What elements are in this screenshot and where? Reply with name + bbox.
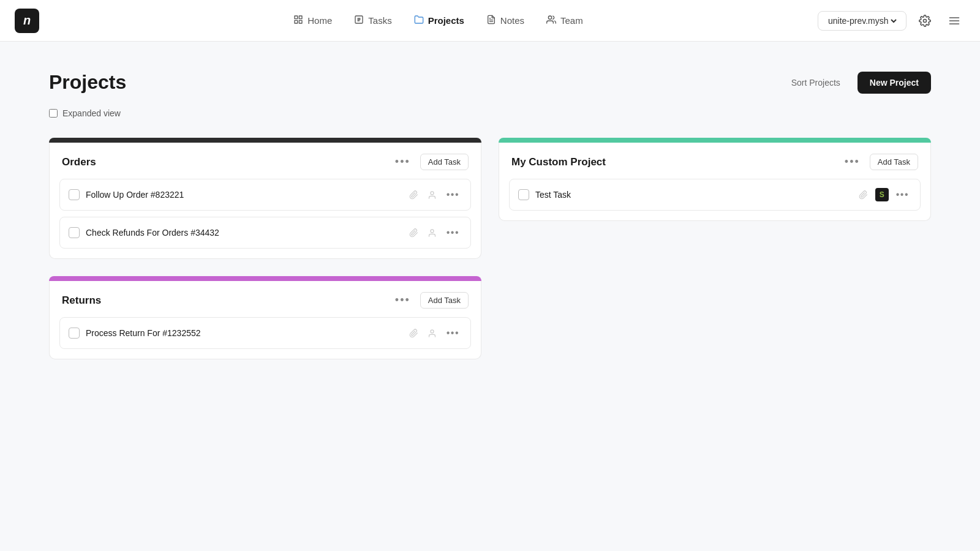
project-card-custom-body: My Custom Project ••• Add Task Test Task <box>499 143 931 221</box>
project-name-orders: Orders <box>62 156 96 168</box>
attachment-icon-t4[interactable] <box>407 326 421 340</box>
tasks-icon <box>354 15 364 27</box>
home-icon <box>293 15 303 27</box>
main-content: Projects Sort Projects New Project Expan… <box>0 42 980 389</box>
svg-point-10 <box>548 16 551 19</box>
task-checkbox-t3[interactable] <box>518 189 529 200</box>
project-header-orders: Orders ••• Add Task <box>50 143 481 179</box>
task-dots-t4[interactable]: ••• <box>444 326 462 340</box>
svg-rect-2 <box>295 20 298 23</box>
svg-rect-1 <box>300 16 303 19</box>
task-label-t4: Process Return For #1232552 <box>86 328 401 338</box>
task-label-t2: Check Refunds For Orders #34432 <box>86 228 401 238</box>
nav-right: unite-prev.mysh <box>818 10 965 32</box>
project-bar-returns <box>49 276 481 281</box>
expanded-view-checkbox[interactable] <box>49 109 58 118</box>
task-dots-t1[interactable]: ••• <box>444 188 462 201</box>
project-card-orders-body: Orders ••• Add Task Follow Up Order #823… <box>49 143 481 259</box>
task-label-t3: Test Task <box>535 190 851 200</box>
project-card-returns-body: Returns ••• Add Task Process Return For … <box>49 281 481 359</box>
task-item: Follow Up Order #823221 ••• <box>59 179 471 211</box>
project-header-actions-orders: ••• Add Task <box>391 154 469 170</box>
task-dots-t2[interactable]: ••• <box>444 226 462 239</box>
task-checkbox-t4[interactable] <box>69 328 80 339</box>
page-header: Projects Sort Projects New Project <box>49 71 931 94</box>
navbar: n Home Tasks Projects Notes <box>0 0 980 42</box>
tasks-list-returns: Process Return For #1232552 ••• <box>50 317 481 359</box>
project-card-custom: My Custom Project ••• Add Task Test Task <box>499 138 931 259</box>
nav-item-home[interactable]: Home <box>284 10 342 32</box>
project-bar-orders <box>49 138 481 143</box>
project-dots-custom[interactable]: ••• <box>841 154 864 170</box>
project-bar-custom <box>499 138 931 143</box>
attachment-icon-t1[interactable] <box>407 188 421 201</box>
add-task-button-custom[interactable]: Add Task <box>870 154 918 170</box>
nav-tasks-label: Tasks <box>368 15 391 26</box>
task-dots-t3[interactable]: ••• <box>894 188 911 201</box>
task-actions-t4: ••• <box>407 326 462 340</box>
task-actions-t2: ••• <box>407 226 462 239</box>
svg-point-16 <box>431 229 434 232</box>
task-label-t1: Follow Up Order #823221 <box>86 190 401 200</box>
svg-rect-0 <box>295 16 298 19</box>
hamburger-icon <box>948 15 960 27</box>
nav-item-projects[interactable]: Projects <box>404 10 474 32</box>
nav-item-tasks[interactable]: Tasks <box>344 10 401 32</box>
nav-team-label: Team <box>560 15 583 26</box>
svg-point-11 <box>924 19 927 22</box>
project-card-returns: Returns ••• Add Task Process Return For … <box>49 276 481 359</box>
attachment-icon-t2[interactable] <box>407 226 421 239</box>
project-dots-returns[interactable]: ••• <box>391 293 414 308</box>
sort-projects-button[interactable]: Sort Projects <box>784 73 848 92</box>
task-checkbox-t2[interactable] <box>69 227 80 238</box>
team-icon <box>546 15 556 27</box>
shop-selector[interactable]: unite-prev.mysh <box>818 11 907 31</box>
task-actions-t1: ••• <box>407 188 462 201</box>
nav-item-notes[interactable]: Notes <box>477 10 534 32</box>
expanded-view-container: Expanded view <box>49 108 931 118</box>
task-item: Process Return For #1232552 ••• <box>59 317 471 349</box>
new-project-button[interactable]: New Project <box>858 72 931 94</box>
project-header-custom: My Custom Project ••• Add Task <box>499 143 930 179</box>
settings-button[interactable] <box>914 10 936 32</box>
svg-point-15 <box>431 191 434 194</box>
project-card-orders: Orders ••• Add Task Follow Up Order #823… <box>49 138 481 259</box>
shopify-icon-t3: S <box>875 188 889 201</box>
project-name-custom: My Custom Project <box>511 156 606 168</box>
gear-icon <box>919 15 931 27</box>
nav-item-team[interactable]: Team <box>537 10 593 32</box>
project-dots-orders[interactable]: ••• <box>391 154 414 170</box>
nav-home-label: Home <box>307 15 332 26</box>
logo-letter: n <box>23 13 31 28</box>
task-item: Test Task S ••• <box>509 179 921 211</box>
tasks-list-custom: Test Task S ••• <box>499 179 930 220</box>
projects-icon <box>414 15 424 27</box>
nav-links: Home Tasks Projects Notes Team <box>59 10 818 32</box>
task-checkbox-t1[interactable] <box>69 189 80 200</box>
projects-grid: Orders ••• Add Task Follow Up Order #823… <box>49 138 931 359</box>
svg-rect-3 <box>300 20 303 23</box>
nav-projects-label: Projects <box>428 15 464 26</box>
person-icon-t2[interactable] <box>426 226 439 239</box>
shop-select[interactable]: unite-prev.mysh <box>826 15 899 26</box>
attachment-icon-t3[interactable] <box>857 188 870 201</box>
app-logo[interactable]: n <box>15 9 39 33</box>
nav-notes-label: Notes <box>500 15 524 26</box>
project-header-actions-custom: ••• Add Task <box>841 154 918 170</box>
notes-icon <box>486 15 496 27</box>
project-header-returns: Returns ••• Add Task <box>50 281 481 317</box>
expanded-view-label[interactable]: Expanded view <box>62 108 121 118</box>
page-title: Projects <box>49 71 126 94</box>
task-item: Check Refunds For Orders #34432 ••• <box>59 217 471 249</box>
project-name-returns: Returns <box>62 294 101 307</box>
task-actions-t3: S ••• <box>857 188 911 201</box>
add-task-button-orders[interactable]: Add Task <box>420 154 469 170</box>
person-icon-t1[interactable] <box>426 188 439 201</box>
person-icon-t4[interactable] <box>426 326 439 340</box>
tasks-list-orders: Follow Up Order #823221 ••• <box>50 179 481 258</box>
svg-point-17 <box>431 329 434 332</box>
menu-button[interactable] <box>943 10 965 32</box>
header-actions: Sort Projects New Project <box>784 72 931 94</box>
project-header-actions-returns: ••• Add Task <box>391 292 469 309</box>
add-task-button-returns[interactable]: Add Task <box>420 292 469 309</box>
